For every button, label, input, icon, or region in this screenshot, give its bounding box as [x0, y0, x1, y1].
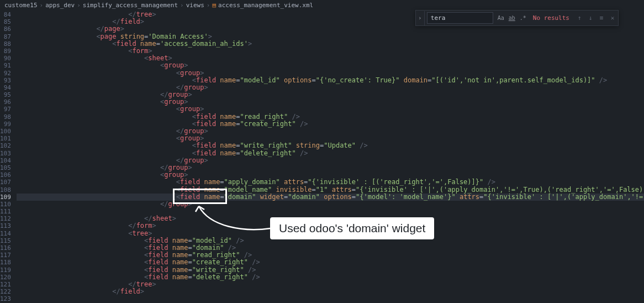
code-line[interactable]: <field name="model_id" options="{'no_cre… — [17, 77, 644, 84]
line-number: 102 — [0, 142, 11, 149]
line-number: 101 — [0, 135, 11, 142]
breadcrumb-item[interactable]: access_management_view.xml — [218, 2, 313, 9]
code-line[interactable]: <page string='Domain Access'> — [17, 33, 644, 40]
line-number: 107 — [0, 179, 11, 186]
line-number-gutter: 8485868788899091929394959697989910010110… — [0, 10, 17, 303]
line-number: 106 — [0, 171, 11, 179]
find-prev-button[interactable]: ↑ — [574, 13, 585, 24]
line-number: 87 — [0, 33, 11, 40]
breadcrumb-item[interactable]: views — [186, 2, 204, 9]
line-number: 98 — [0, 113, 11, 121]
line-number: 117 — [0, 252, 11, 259]
line-number: 86 — [0, 25, 11, 33]
code-line[interactable]: <field name="write_right" string="Update… — [17, 142, 644, 149]
line-number: 121 — [0, 281, 11, 288]
find-next-button[interactable]: ↓ — [585, 13, 596, 24]
line-number: 108 — [0, 186, 11, 194]
find-toggle-replace[interactable]: › — [416, 11, 425, 25]
line-number: 123 — [0, 295, 11, 302]
chevron-right-icon: › — [180, 2, 184, 9]
line-number: 84 — [0, 11, 11, 18]
line-number: 118 — [0, 259, 11, 266]
line-number: 103 — [0, 150, 11, 157]
breadcrumb-item[interactable]: custome15 — [4, 2, 38, 9]
match-word-toggle[interactable]: ab — [507, 13, 517, 23]
line-number: 92 — [0, 70, 11, 77]
editor: 8485868788899091929394959697989910010110… — [0, 10, 644, 303]
code-line[interactable]: <field name="write_right" /> — [17, 267, 644, 274]
breadcrumb: custome15 › apps_dev › simplify_access_m… — [0, 0, 644, 10]
annotation-label: Used odoo's 'domain' widget — [270, 217, 434, 239]
line-number: 85 — [0, 18, 11, 25]
line-number: 115 — [0, 237, 11, 244]
line-number: 120 — [0, 274, 11, 281]
line-number: 91 — [0, 62, 11, 69]
find-input[interactable] — [427, 12, 493, 24]
code-line[interactable]: <field name="delete_right" /> — [17, 150, 644, 157]
line-number: 111 — [0, 208, 11, 215]
line-number: 105 — [0, 164, 11, 171]
code-line[interactable]: <field name="create_right" /> — [17, 259, 644, 266]
line-number: 100 — [0, 128, 11, 135]
line-number: 119 — [0, 267, 11, 274]
line-number: 88 — [0, 40, 11, 48]
code-line[interactable]: <field name="delete_right" /> — [17, 274, 644, 281]
find-widget: › Aa ab .* No results ↑ ↓ ≡ ✕ — [415, 10, 619, 26]
line-number: 97 — [0, 106, 11, 113]
find-close-button[interactable]: ✕ — [607, 13, 618, 24]
breadcrumb-item[interactable]: apps_dev — [45, 2, 75, 9]
line-number: 93 — [0, 77, 11, 84]
line-number: 95 — [0, 91, 11, 98]
breadcrumb-item[interactable]: simplify_access_management — [83, 2, 178, 9]
find-results-count: No results — [529, 14, 574, 22]
chevron-right-icon: › — [77, 2, 81, 9]
code-line[interactable]: <group> — [17, 106, 644, 113]
line-number: 110 — [0, 201, 11, 208]
code-line[interactable]: [<field name="domain" widget="doamin" op… — [17, 194, 644, 201]
line-number: 99 — [0, 121, 11, 128]
code-line[interactable]: <field name="read_right" /> — [17, 113, 644, 121]
line-number: 104 — [0, 157, 11, 164]
find-selection-toggle[interactable]: ≡ — [596, 13, 607, 24]
line-number: 122 — [0, 288, 11, 295]
line-number: 114 — [0, 230, 11, 237]
line-number: 109 — [0, 194, 11, 201]
line-number: 89 — [0, 48, 11, 55]
code-line[interactable]: <group> — [17, 62, 644, 69]
line-number: 96 — [0, 98, 11, 106]
line-number: 94 — [0, 84, 11, 91]
chevron-right-icon: › — [40, 2, 44, 9]
line-number: 113 — [0, 222, 11, 229]
chevron-right-icon: › — [207, 2, 210, 9]
code-line[interactable]: <field name='access_domain_ah_ids'> — [17, 40, 644, 48]
regex-toggle[interactable]: .* — [518, 13, 528, 23]
code-line[interactable]: </group> — [17, 157, 644, 164]
code-area[interactable]: </tree> </field> </page> <page string='D… — [17, 10, 644, 303]
line-number: 116 — [0, 244, 11, 252]
line-number: 90 — [0, 55, 11, 62]
annotation-arrow — [193, 202, 276, 235]
file-icon: ▤ — [212, 2, 216, 9]
line-number: 112 — [0, 215, 11, 222]
match-case-toggle[interactable]: Aa — [496, 13, 506, 23]
